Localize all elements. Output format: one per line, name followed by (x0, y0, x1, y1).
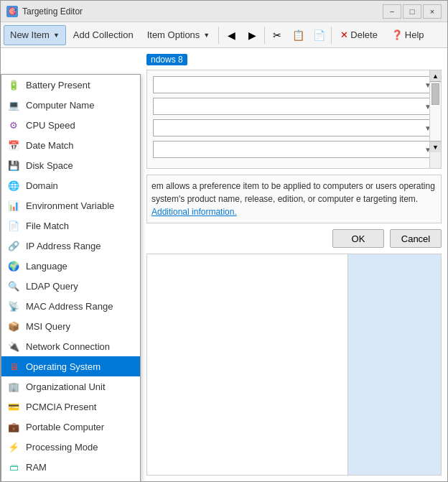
menu-item-label-file-match: File Match (26, 221, 69, 231)
select-row-3: ▼ (153, 119, 435, 136)
menu-item-label-processing: Processing Mode (26, 442, 98, 453)
menu-item-org-unit[interactable]: 🏢Organizational Unit (1, 376, 140, 397)
scroll-track (430, 83, 441, 141)
item-options-arrow: ▼ (203, 32, 210, 39)
menu-item-file-match[interactable]: 📄File Match (1, 215, 140, 236)
cut-button[interactable]: ✂ (267, 25, 287, 45)
menu-item-disk-space[interactable]: 💾Disk Space (1, 155, 140, 175)
additional-info-link[interactable]: Additional information. (151, 207, 237, 217)
scrollbar-right[interactable]: ▲ ▼ (429, 70, 441, 168)
menu-item-label-date-match: Date Match (26, 140, 73, 151)
toolbar-separator-3 (331, 27, 332, 44)
close-button[interactable]: × (423, 4, 442, 19)
menu-item-label-cpu-speed: CPU Speed (26, 120, 75, 131)
menu-item-domain[interactable]: 🌐Domain (1, 175, 140, 195)
menu-item-mac-range[interactable]: 📡MAC Address Range (1, 296, 140, 316)
menu-item-network-conn[interactable]: 🔌Network Connection (1, 336, 140, 356)
select-row-2: ▼ (153, 98, 435, 115)
maximize-button[interactable]: □ (403, 4, 421, 19)
pcmcia-icon: 💳 (7, 400, 20, 413)
menu-item-label-battery: Battery Present (26, 80, 90, 91)
item-options-button[interactable]: Item Options ▼ (141, 25, 217, 45)
select-4[interactable]: ▼ (153, 141, 435, 158)
scroll-up-button[interactable]: ▲ (430, 70, 441, 82)
menu-item-cpu-speed[interactable]: ⚙CPU Speed (1, 115, 140, 135)
forward-button[interactable]: ▶ (242, 25, 262, 45)
cancel-button[interactable]: Cancel (390, 229, 442, 248)
scroll-thumb[interactable] (431, 83, 439, 105)
window-icon: 🎯 (6, 6, 18, 17)
menu-item-label-domain: Domain (26, 180, 58, 191)
menu-item-ip-range[interactable]: 🔗IP Address Range (1, 236, 140, 256)
menu-item-label-computer-name: Computer Name (26, 100, 94, 111)
ldap-query-icon: 🔍 (7, 279, 20, 292)
domain-icon: 🌐 (7, 179, 20, 192)
env-var-icon: 📊 (7, 199, 20, 212)
registry-icon: 📝 (7, 481, 20, 481)
select-3[interactable]: ▼ (153, 119, 435, 136)
menu-item-language[interactable]: 🌍Language (1, 256, 140, 276)
windows-badge: ndows 8 (146, 54, 187, 65)
help-label: Help (405, 29, 424, 40)
processing-icon: ⚡ (7, 440, 20, 453)
menu-item-label-pcmcia: PCMCIA Present (26, 402, 96, 412)
title-controls: − □ × (383, 4, 442, 19)
ip-range-icon: 🔗 (7, 239, 20, 252)
back-button[interactable]: ◀ (221, 25, 241, 45)
delete-label: Delete (350, 29, 378, 40)
date-match-icon: 📅 (7, 139, 20, 152)
right-panel: ndows 8 ▼ ▼ (141, 48, 447, 481)
add-collection-button[interactable]: Add Collection (67, 25, 140, 45)
help-button[interactable]: ❓ Help (385, 25, 431, 45)
description-text: em allows a preference item to be applie… (151, 181, 435, 204)
targeting-editor-window: 🎯 Targeting Editor − □ × New Item ▼ Add … (0, 0, 448, 482)
toolbar-separator-2 (264, 27, 265, 44)
menu-item-ram[interactable]: 🗃RAM (1, 457, 140, 477)
battery-icon: 🔋 (7, 78, 20, 91)
ok-cancel-row: OK Cancel (146, 229, 442, 248)
menu-item-label-org-unit: Organizational Unit (26, 381, 106, 392)
menu-item-pcmcia[interactable]: 💳PCMCIA Present (1, 397, 140, 417)
new-item-arrow: ▼ (53, 32, 60, 39)
description-box: em allows a preference item to be applie… (146, 175, 442, 223)
menu-item-computer-name[interactable]: 💻Computer Name (1, 95, 140, 115)
menu-item-label-network-conn: Network Connection (26, 341, 110, 352)
minimize-button[interactable]: − (383, 4, 401, 19)
menu-item-msi-query[interactable]: 📦MSI Query (1, 316, 140, 336)
new-item-label: New Item (10, 29, 50, 40)
msi-query-icon: 📦 (7, 320, 20, 333)
select-1[interactable]: ▼ (153, 76, 435, 93)
language-icon: 🌍 (7, 259, 20, 272)
copy-button[interactable]: 📋 (288, 25, 308, 45)
os-icon: 🖥 (7, 360, 20, 373)
select-row-1: ▼ (153, 76, 435, 93)
scroll-down-button[interactable]: ▼ (430, 141, 441, 152)
menu-item-env-var[interactable]: 📊Environment Variable (1, 195, 140, 215)
menu-item-label-msi-query: MSI Query (26, 321, 70, 332)
delete-button[interactable]: ✕ Delete (334, 25, 384, 45)
paste-button[interactable]: 📄 (309, 25, 329, 45)
menu-item-label-env-var: Environment Variable (26, 200, 114, 211)
menu-item-date-match[interactable]: 📅Date Match (1, 135, 140, 155)
computer-name-icon: 💻 (7, 98, 20, 111)
menu-item-portable[interactable]: 💼Portable Computer (1, 417, 140, 437)
ram-icon: 🗃 (7, 460, 20, 473)
new-item-button[interactable]: New Item ▼ (4, 25, 66, 45)
org-unit-icon: 🏢 (7, 380, 20, 393)
new-item-dropdown: 🔋Battery Present💻Computer Name⚙CPU Speed… (1, 74, 141, 481)
menu-item-label-mac-range: MAC Address Range (26, 301, 113, 312)
select-2[interactable]: ▼ (153, 98, 435, 115)
bottom-left-panel (147, 254, 348, 475)
main-content: 🔋Battery Present💻Computer Name⚙CPU Speed… (1, 48, 447, 481)
menu-item-label-language: Language (26, 261, 67, 272)
disk-space-icon: 💾 (7, 159, 20, 172)
ok-button[interactable]: OK (332, 229, 384, 248)
menu-item-ldap-query[interactable]: 🔍LDAP Query (1, 276, 140, 296)
menu-item-processing[interactable]: ⚡Processing Mode (1, 437, 140, 457)
menu-item-battery[interactable]: 🔋Battery Present (1, 75, 140, 95)
menu-item-registry[interactable]: 📝Registry Match (1, 477, 140, 481)
network-conn-icon: 🔌 (7, 340, 20, 353)
add-collection-label: Add Collection (73, 29, 134, 40)
menu-item-label-ram: RAM (26, 462, 47, 473)
menu-item-os[interactable]: 🖥Operating System (1, 356, 140, 376)
